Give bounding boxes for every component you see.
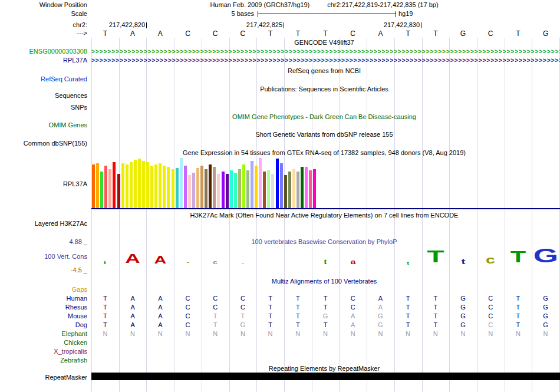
- gtex-expression-bar[interactable]: [242, 164, 245, 208]
- species-label-mouse[interactable]: Mouse: [0, 312, 87, 319]
- alignment-base: T: [202, 312, 229, 319]
- gtex-expression-bar[interactable]: [267, 170, 270, 208]
- gtex-expression-bar[interactable]: [108, 169, 111, 208]
- gtex-expression-bar[interactable]: [259, 158, 262, 208]
- gtex-expression-bar[interactable]: [313, 169, 316, 208]
- gtex-expression-bar[interactable]: [134, 160, 137, 208]
- assembly-label: Human Feb. 2009 (GRCh37/hg19): [210, 1, 309, 8]
- label-repeatmasker[interactable]: RepeatMasker: [0, 374, 87, 381]
- gtex-expression-bar[interactable]: [176, 168, 179, 208]
- species-label-gaps[interactable]: Gaps: [0, 286, 87, 293]
- gtex-expression-bar[interactable]: [234, 173, 237, 208]
- alignment-base: T: [505, 312, 532, 319]
- gtex-expression-bar[interactable]: [209, 164, 212, 208]
- species-label-x_tropicalis[interactable]: X_tropicalis: [0, 348, 87, 355]
- gtex-expression-bar[interactable]: [255, 166, 258, 208]
- species-label-zebrafish[interactable]: Zebrafish: [0, 357, 87, 364]
- alignment-base: T: [91, 312, 118, 319]
- gtex-expression-bar[interactable]: [284, 175, 287, 208]
- label-sequences[interactable]: Sequences: [0, 92, 87, 100]
- gtex-expression-bar[interactable]: [301, 167, 304, 208]
- reference-base: T: [422, 29, 449, 38]
- alignment-base: G: [532, 295, 559, 302]
- gtex-expression-bar[interactable]: [126, 164, 129, 208]
- alignment-base: N: [202, 330, 229, 337]
- gtex-expression-bar[interactable]: [96, 163, 99, 208]
- gtex-expression-bar[interactable]: [297, 172, 299, 208]
- gtex-expression-bar[interactable]: [305, 167, 308, 208]
- gtex-expression-bar[interactable]: [172, 169, 174, 208]
- gtex-expression-bar[interactable]: [251, 161, 253, 208]
- label-gtex-gene[interactable]: RPL37A: [0, 180, 87, 188]
- gtex-expression-bar[interactable]: [292, 169, 295, 208]
- gtex-expression-bar[interactable]: [92, 164, 95, 208]
- label-100-vert-cons[interactable]: 100 Vert. Cons: [0, 253, 87, 261]
- species-label-dog[interactable]: Dog: [0, 321, 87, 328]
- label-layered-h3k27ac[interactable]: Layered H3K27Ac: [0, 220, 87, 228]
- gtex-expression-bar[interactable]: [130, 162, 133, 208]
- gtex-expression-bar[interactable]: [288, 172, 291, 208]
- gtex-expression-bar[interactable]: [217, 174, 220, 208]
- gtex-expression-bar[interactable]: [192, 173, 195, 208]
- repeatmasker-element[interactable]: [91, 373, 560, 380]
- gencode-transcript-ensg[interactable]: >>>>>>>>>>>>>>>>>>>>>>>>>>>>>>>>>>>>>>>>…: [91, 48, 560, 55]
- gtex-expression-bar[interactable]: [200, 166, 203, 208]
- species-label-rhesus[interactable]: Rhesus: [0, 304, 87, 311]
- alignment-base: A: [367, 295, 394, 302]
- gtex-expression-bar[interactable]: [167, 167, 170, 208]
- conservation-track-title: 100 vertebrates Basewise Conservation by…: [91, 238, 557, 246]
- species-label-chicken[interactable]: Chicken: [0, 339, 87, 346]
- gtex-expression-bar[interactable]: [154, 164, 157, 208]
- gtex-expression-bar[interactable]: [159, 163, 162, 208]
- alignment-base: N: [229, 330, 256, 337]
- gtex-expression-bar[interactable]: [205, 169, 207, 208]
- alignment-base: A: [119, 295, 146, 302]
- alignment-base: N: [450, 330, 477, 337]
- gtex-expression-bar[interactable]: [309, 170, 312, 208]
- gtex-expression-bar[interactable]: [222, 172, 225, 208]
- gtex-expression-bar[interactable]: [263, 172, 266, 208]
- alignment-base: C: [340, 304, 367, 311]
- gtex-expression-bar[interactable]: [121, 163, 124, 208]
- gtex-expression-bar[interactable]: [238, 169, 241, 208]
- label-omim-genes[interactable]: OMIM Genes: [0, 121, 87, 129]
- ruler-coordinate: 217,422,820: [86, 21, 145, 28]
- alignment-base: A: [147, 295, 174, 302]
- scale-value-label: 5 bases: [91, 10, 254, 17]
- gtex-expression-bar[interactable]: [138, 159, 141, 208]
- gtex-expression-bar[interactable]: [196, 168, 199, 208]
- ruler-tick: [421, 22, 421, 28]
- label-common-dbsnp[interactable]: Common dbSNP(155): [0, 140, 87, 147]
- gtex-expression-bar[interactable]: [150, 166, 153, 208]
- gtex-expression-bar[interactable]: [142, 161, 145, 208]
- species-label-human[interactable]: Human: [0, 295, 87, 302]
- gtex-expression-bar[interactable]: [276, 159, 279, 208]
- gtex-expression-bar[interactable]: [146, 162, 149, 208]
- gtex-expression-bar[interactable]: [100, 172, 103, 208]
- species-label-elephant[interactable]: Elephant: [0, 330, 87, 337]
- gtex-expression-bar[interactable]: [213, 167, 216, 208]
- gtex-expression-bar[interactable]: [163, 166, 166, 208]
- label-gene-ensg[interactable]: ENSG00000303308: [0, 48, 87, 55]
- gencode-transcript-rpl37a[interactable]: >>>>>>>>>>>>>>>>>>>>>>>>>>>>>>>>>>>>>>>>…: [91, 57, 560, 64]
- alignment-base: A: [119, 312, 146, 319]
- label-gene-rpl37a[interactable]: RPL37A: [0, 57, 87, 64]
- gtex-expression-bar[interactable]: [180, 158, 183, 208]
- ruler-coordinate: 217,422,825: [223, 21, 282, 28]
- gtex-expression-bar[interactable]: [246, 170, 249, 208]
- label-snps[interactable]: SNPs: [0, 104, 87, 111]
- label-refseq-curated[interactable]: RefSeq Curated: [0, 75, 87, 83]
- alignment-base: G: [367, 321, 394, 328]
- gtex-expression-bar[interactable]: [184, 166, 187, 208]
- alignment-base: C: [477, 295, 504, 302]
- alignment-base: T: [257, 312, 284, 319]
- alignment-base: C: [229, 295, 256, 302]
- gtex-expression-bar[interactable]: [230, 170, 233, 208]
- gtex-expression-bar[interactable]: [280, 163, 283, 208]
- gtex-expression-bar[interactable]: [117, 174, 120, 208]
- gtex-expression-bar[interactable]: [113, 162, 116, 208]
- gtex-expression-bar[interactable]: [188, 175, 191, 208]
- gtex-expression-bar[interactable]: [226, 174, 229, 208]
- gtex-expression-bar[interactable]: [104, 166, 107, 208]
- gtex-expression-bar[interactable]: [271, 174, 274, 208]
